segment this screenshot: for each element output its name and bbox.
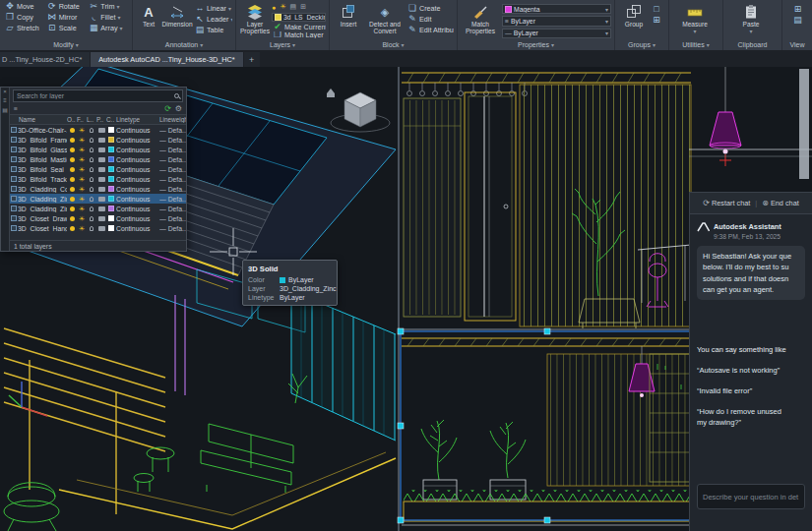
layer-freeze-icon[interactable]: ☀: [77, 156, 87, 163]
layer-properties-button[interactable]: Layer Properties: [240, 2, 270, 38]
layer-on-icon[interactable]: [70, 167, 75, 172]
group-edit-button[interactable]: ⊞: [651, 16, 665, 25]
linetype-dropdown[interactable]: —ByLayer: [502, 29, 611, 38]
ucs-icon[interactable]: ⊞: [794, 5, 802, 14]
layer-plot-icon[interactable]: [98, 157, 105, 162]
measure-button[interactable]: Measure ▾: [673, 2, 717, 34]
panel-label-block[interactable]: Block: [330, 39, 457, 50]
layer-state-icons[interactable]: ● ☀ ▤ ⊞: [272, 3, 326, 11]
layer-freeze-icon[interactable]: ☀: [77, 196, 87, 203]
copy-button[interactable]: ❐Copy: [4, 13, 45, 22]
restart-chat-button[interactable]: ⟳Restart chat: [703, 199, 750, 207]
text-button[interactable]: A Text: [137, 2, 160, 38]
file-tab-2d[interactable]: D ...Tiny_House-2D_HC*: [0, 52, 90, 67]
layer-lock-icon[interactable]: [90, 177, 94, 182]
array-button[interactable]: ▦Array▾: [88, 24, 129, 32]
layer-lock-icon[interactable]: [90, 148, 94, 152]
panel-label-modify[interactable]: Modify: [0, 39, 132, 50]
layer-lock-icon[interactable]: [90, 197, 94, 202]
panel-label-groups[interactable]: Groups: [615, 39, 668, 50]
rotate-button[interactable]: ⟳Rotate: [46, 2, 88, 11]
layer-plot-icon[interactable]: [98, 138, 105, 143]
layer-freeze-icon[interactable]: ☀: [77, 137, 87, 144]
layer-color-swatch[interactable]: [108, 147, 114, 152]
layer-freeze-icon[interactable]: ☀: [77, 186, 87, 193]
layer-lock-icon[interactable]: [90, 187, 94, 192]
layer-plot-icon[interactable]: [98, 216, 105, 221]
refresh-icon[interactable]: ⟳: [164, 104, 171, 113]
panel-label-clipboard[interactable]: Clipboard: [723, 39, 781, 50]
panel-label-layers[interactable]: Layers: [236, 39, 329, 50]
paste-button[interactable]: Paste ▾: [727, 2, 775, 34]
layer-on-icon[interactable]: [70, 206, 75, 211]
layer-lock-icon[interactable]: [90, 167, 94, 172]
layer-row[interactable]: 3D_Cladding_Co...☀Continuous— Defa...: [10, 184, 186, 194]
chat-input[interactable]: Describe your question in det: [697, 484, 805, 509]
layer-color-swatch[interactable]: [108, 156, 114, 162]
insert-button[interactable]: Insert: [334, 2, 363, 38]
settings-gear-icon[interactable]: ⚙: [175, 104, 182, 113]
layer-plot-icon[interactable]: [98, 206, 105, 211]
layer-plot-icon[interactable]: [98, 197, 105, 202]
layer-lock-icon[interactable]: [90, 157, 94, 162]
layer-row[interactable]: 3D-Office-Chair-...☀Continuous— Defa...: [10, 125, 186, 135]
layer-lock-icon[interactable]: [90, 206, 94, 211]
fillet-button[interactable]: ◟Fillet▾: [88, 13, 129, 22]
stretch-button[interactable]: ▱Stretch: [4, 24, 45, 32]
layer-plot-icon[interactable]: [98, 226, 105, 231]
suggestion-invalid-file[interactable]: “Invalid file error”: [697, 386, 805, 395]
layer-dropdown[interactable]: 3d_LS_Decking: [272, 13, 326, 22]
layer-color-swatch[interactable]: [108, 127, 114, 133]
dimension-button[interactable]: Dimension: [162, 2, 192, 38]
layer-plot-icon[interactable]: [98, 148, 105, 152]
layer-plot-icon[interactable]: [98, 128, 105, 133]
layer-row[interactable]: 3D_Cladding_Zinc☀Continuous— Defa...: [10, 194, 186, 204]
ungroup-button[interactable]: □: [651, 5, 665, 14]
layer-color-swatch[interactable]: [108, 137, 114, 143]
layer-on-icon[interactable]: [70, 197, 75, 202]
layer-lock-icon[interactable]: [90, 216, 94, 221]
suggestion-remove-unused[interactable]: “How do I remove unused: [697, 407, 805, 416]
trim-button[interactable]: ✂Trim▾: [88, 2, 129, 11]
layer-row[interactable]: 3D_Bifold_Frame☀Continuous— Defa...: [10, 135, 186, 145]
file-tab-3d[interactable]: Autodesk AutoCAD ...Tiny_House-3D_HC*: [91, 52, 242, 67]
group-button[interactable]: Group: [619, 2, 649, 38]
layer-on-icon[interactable]: [70, 187, 75, 192]
layer-lock-icon[interactable]: [90, 138, 94, 143]
layer-on-icon[interactable]: [70, 148, 75, 152]
layer-on-icon[interactable]: [70, 216, 75, 221]
end-chat-button[interactable]: ⊗End chat: [762, 199, 799, 207]
layer-on-icon[interactable]: [70, 128, 75, 133]
layer-row[interactable]: 3D_Bifold_Mastic☀Continuous— Defa...: [10, 154, 186, 164]
layer-plot-icon[interactable]: [98, 167, 105, 172]
new-drawing-tab-button[interactable]: +: [244, 52, 260, 67]
layer-row[interactable]: 3D_Bifold_Seal☀Continuous— Defa...: [10, 164, 186, 174]
scale-button[interactable]: ⊡Scale: [46, 24, 88, 32]
layer-row[interactable]: 3D_Bifold_Track☀Continuous— Defa...: [10, 174, 186, 184]
layer-on-icon[interactable]: [70, 226, 75, 231]
palette-close-icon[interactable]: ×: [3, 88, 7, 94]
layer-plot-icon[interactable]: [98, 187, 105, 192]
panel-label-properties[interactable]: Properties: [458, 39, 614, 50]
table-button[interactable]: ▤Table: [194, 26, 232, 34]
panel-label-view[interactable]: View: [782, 39, 812, 50]
make-current-button[interactable]: ✔Make Current: [272, 24, 326, 30]
suggestion-autosave[interactable]: “Autosave is not working”: [697, 366, 805, 375]
layer-color-swatch[interactable]: [108, 166, 114, 172]
detect-convert-button[interactable]: ◈ Detect and Convert: [365, 2, 405, 38]
layer-plot-icon[interactable]: [98, 177, 105, 182]
drawing-canvas[interactable]: × ≡▤ Search for layer ≡ ⟳ ⚙ Name O.. F..: [0, 67, 812, 531]
layer-freeze-icon[interactable]: ☀: [77, 147, 87, 153]
palette-title-bar[interactable]: × ≡▤: [1, 88, 10, 251]
linear-button[interactable]: ↔Linear▾: [194, 4, 232, 13]
layer-color-swatch[interactable]: [108, 225, 114, 231]
suggestion-remove-unused-2[interactable]: my drawing?”: [697, 418, 805, 427]
layer-color-swatch[interactable]: [108, 196, 114, 202]
layer-lock-icon[interactable]: [90, 226, 94, 231]
layer-search-input[interactable]: Search for layer: [13, 89, 183, 102]
layer-color-swatch[interactable]: [108, 215, 114, 221]
mirror-button[interactable]: ⋈Mirror: [46, 13, 88, 22]
layer-lock-icon[interactable]: [90, 128, 94, 133]
layer-freeze-icon[interactable]: ☀: [77, 225, 87, 232]
create-block-button[interactable]: ❏Create: [406, 4, 454, 13]
